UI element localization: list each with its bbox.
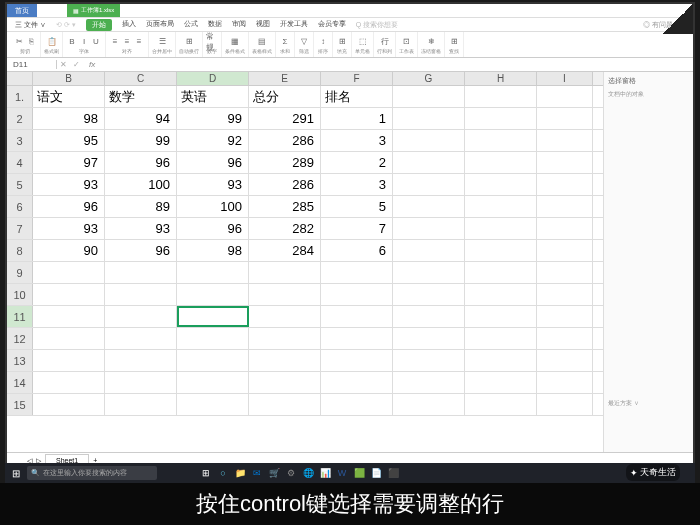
- cell-C15[interactable]: [105, 394, 177, 415]
- row-header-15[interactable]: 15: [7, 394, 33, 415]
- ribbon-tab-0[interactable]: 开始: [86, 19, 112, 31]
- cell-B7[interactable]: 93: [33, 218, 105, 239]
- cell-D2[interactable]: 99: [177, 108, 249, 129]
- cell-G10[interactable]: [393, 284, 465, 305]
- cell-H7[interactable]: [465, 218, 537, 239]
- ribbon-search[interactable]: Q 搜索你想要: [356, 20, 398, 30]
- cell-F12[interactable]: [321, 328, 393, 349]
- cell-E2[interactable]: 291: [249, 108, 321, 129]
- cell-F6[interactable]: 5: [321, 196, 393, 217]
- row-header-7[interactable]: 7: [7, 218, 33, 239]
- cell-F7[interactable]: 7: [321, 218, 393, 239]
- taskbar-icon-0[interactable]: ⊞: [199, 466, 213, 480]
- cell-G4[interactable]: [393, 152, 465, 173]
- cell-C4[interactable]: 96: [105, 152, 177, 173]
- cell-H14[interactable]: [465, 372, 537, 393]
- tool-btn-0-0[interactable]: ✂: [13, 36, 25, 48]
- cell-G2[interactable]: [393, 108, 465, 129]
- cell-H8[interactable]: [465, 240, 537, 261]
- row-header-8[interactable]: 8: [7, 240, 33, 261]
- row-header-13[interactable]: 13: [7, 350, 33, 371]
- cell-H9[interactable]: [465, 262, 537, 283]
- tool-btn-5-0[interactable]: ⊞: [183, 36, 195, 48]
- tool-btn-16-0[interactable]: ❄: [425, 36, 437, 48]
- tool-btn-2-0[interactable]: B: [66, 36, 78, 48]
- cell-C13[interactable]: [105, 350, 177, 371]
- ribbon-tab-8[interactable]: 会员专享: [318, 19, 346, 31]
- cell-H11[interactable]: [465, 306, 537, 327]
- cell-C9[interactable]: [105, 262, 177, 283]
- cell-D5[interactable]: 93: [177, 174, 249, 195]
- cell-H5[interactable]: [465, 174, 537, 195]
- cell-B6[interactable]: 96: [33, 196, 105, 217]
- ribbon-tab-5[interactable]: 审阅: [232, 19, 246, 31]
- cell-E11[interactable]: [249, 306, 321, 327]
- cell-I9[interactable]: [537, 262, 593, 283]
- cell-F1[interactable]: 排名: [321, 86, 393, 107]
- taskbar-icon-7[interactable]: 📊: [318, 466, 332, 480]
- cell-B4[interactable]: 97: [33, 152, 105, 173]
- taskbar-icon-3[interactable]: ✉: [250, 466, 264, 480]
- cell-I13[interactable]: [537, 350, 593, 371]
- cell-C8[interactable]: 96: [105, 240, 177, 261]
- confirm-icon[interactable]: ✓: [70, 60, 83, 69]
- cell-C11[interactable]: [105, 306, 177, 327]
- cell-E15[interactable]: [249, 394, 321, 415]
- tool-btn-8-0[interactable]: ▤: [256, 36, 268, 48]
- cell-E5[interactable]: 286: [249, 174, 321, 195]
- cell-D13[interactable]: [177, 350, 249, 371]
- spreadsheet-grid[interactable]: BCDEFGHI 1.语文数学英语总分排名2989499291139599922…: [7, 72, 603, 452]
- tool-btn-11-0[interactable]: ↕: [317, 36, 329, 48]
- cell-B10[interactable]: [33, 284, 105, 305]
- cell-D7[interactable]: 96: [177, 218, 249, 239]
- cell-G8[interactable]: [393, 240, 465, 261]
- cell-D11[interactable]: [177, 306, 249, 327]
- cell-I3[interactable]: [537, 130, 593, 151]
- cell-G7[interactable]: [393, 218, 465, 239]
- cell-I5[interactable]: [537, 174, 593, 195]
- cell-F4[interactable]: 2: [321, 152, 393, 173]
- tool-btn-12-0[interactable]: ⊞: [336, 36, 348, 48]
- col-header-F[interactable]: F: [321, 72, 393, 85]
- cell-B11[interactable]: [33, 306, 105, 327]
- col-header-E[interactable]: E: [249, 72, 321, 85]
- tool-btn-3-0[interactable]: ≡: [109, 36, 121, 48]
- tool-btn-4-0[interactable]: ☰: [156, 36, 168, 48]
- cell-E8[interactable]: 284: [249, 240, 321, 261]
- tool-btn-0-1[interactable]: ⎘: [25, 36, 37, 48]
- tool-btn-14-0[interactable]: 行: [379, 36, 391, 48]
- cell-E14[interactable]: [249, 372, 321, 393]
- cell-D10[interactable]: [177, 284, 249, 305]
- cell-I12[interactable]: [537, 328, 593, 349]
- cell-D1[interactable]: 英语: [177, 86, 249, 107]
- cell-H15[interactable]: [465, 394, 537, 415]
- document-tab[interactable]: ▦ 工作簿1.xlsx: [67, 4, 120, 17]
- cell-F15[interactable]: [321, 394, 393, 415]
- tool-btn-7-0[interactable]: ▦: [229, 36, 241, 48]
- cell-G5[interactable]: [393, 174, 465, 195]
- cell-C1[interactable]: 数学: [105, 86, 177, 107]
- taskbar-icon-6[interactable]: 🌐: [301, 466, 315, 480]
- cell-B14[interactable]: [33, 372, 105, 393]
- tool-btn-13-0[interactable]: ⬚: [357, 36, 369, 48]
- cell-F8[interactable]: 6: [321, 240, 393, 261]
- cell-E12[interactable]: [249, 328, 321, 349]
- col-header-B[interactable]: B: [33, 72, 105, 85]
- cell-G9[interactable]: [393, 262, 465, 283]
- cell-C7[interactable]: 93: [105, 218, 177, 239]
- taskbar-icon-10[interactable]: 📄: [369, 466, 383, 480]
- cell-D12[interactable]: [177, 328, 249, 349]
- cell-E1[interactable]: 总分: [249, 86, 321, 107]
- cell-H6[interactable]: [465, 196, 537, 217]
- tool-btn-10-0[interactable]: ▽: [298, 36, 310, 48]
- cell-E4[interactable]: 289: [249, 152, 321, 173]
- row-header-10[interactable]: 10: [7, 284, 33, 305]
- row-header-5[interactable]: 5: [7, 174, 33, 195]
- cell-E10[interactable]: [249, 284, 321, 305]
- taskbar-icon-5[interactable]: ⚙: [284, 466, 298, 480]
- ribbon-tab-2[interactable]: 页面布局: [146, 19, 174, 31]
- cell-F10[interactable]: [321, 284, 393, 305]
- cell-B13[interactable]: [33, 350, 105, 371]
- tool-btn-2-1[interactable]: I: [78, 36, 90, 48]
- cell-G6[interactable]: [393, 196, 465, 217]
